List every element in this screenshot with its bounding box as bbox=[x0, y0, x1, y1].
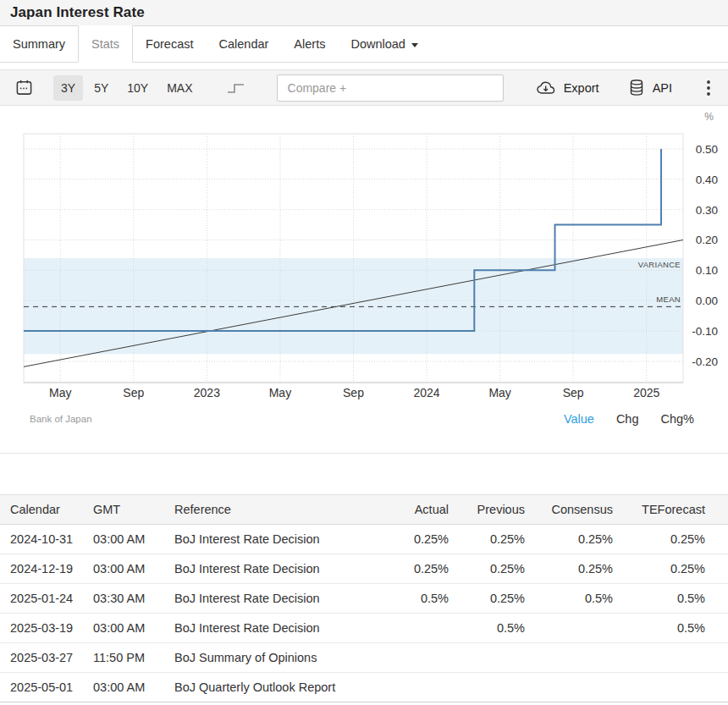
consensus-cell bbox=[525, 643, 613, 673]
tab-bar: SummaryStatsForecastCalendarAlertsDownlo… bbox=[0, 25, 728, 63]
toolbar-right-group: Export API bbox=[536, 77, 716, 99]
x-tick-label: May bbox=[269, 386, 291, 399]
date-range-calendar-button[interactable] bbox=[12, 75, 36, 100]
chart-mode-chgpct[interactable]: Chg% bbox=[661, 412, 695, 426]
date-cell: 2025-03-19 bbox=[0, 614, 93, 643]
chevron-down-icon bbox=[411, 43, 418, 47]
x-tick-label: Sep bbox=[563, 386, 584, 399]
gmt-cell: 03:00 AM bbox=[93, 525, 174, 554]
more-options-button[interactable] bbox=[701, 77, 716, 99]
export-button[interactable]: Export bbox=[536, 80, 599, 96]
previous-cell: 0.25% bbox=[449, 525, 525, 554]
reference-cell[interactable]: BoJ Interest Rate Decision bbox=[174, 584, 388, 614]
step-line-icon bbox=[226, 80, 246, 96]
gmt-cell: 03:00 AM bbox=[93, 614, 174, 643]
y-tick-label: -0.20 bbox=[692, 355, 718, 368]
gmt-cell: 03:00 AM bbox=[93, 554, 174, 584]
y-tick-label: 0.20 bbox=[696, 234, 718, 246]
actual-cell: 0.25% bbox=[388, 525, 449, 554]
range-max-button[interactable]: MAX bbox=[159, 75, 200, 101]
range-3y-button[interactable]: 3Y bbox=[53, 75, 83, 101]
consensus-cell: 0.5% bbox=[525, 584, 613, 614]
col-header-consensus: Consensus bbox=[525, 495, 613, 525]
reference-cell[interactable]: BoJ Interest Rate Decision bbox=[174, 614, 388, 643]
consensus-cell: 0.25% bbox=[525, 554, 613, 584]
spacer bbox=[0, 454, 728, 494]
chart-source: Bank of Japan bbox=[30, 414, 92, 424]
table-row: 2025-03-1903:00 AMBoJ Interest Rate Deci… bbox=[0, 614, 728, 643]
chart-mode-chg[interactable]: Chg bbox=[616, 412, 639, 426]
table-row: 2025-03-2711:50 PMBoJ Summary of Opinion… bbox=[0, 643, 728, 673]
title-bar: Japan Interest Rate bbox=[0, 0, 728, 25]
table-header-row: CalendarGMTReferenceActualPreviousConsen… bbox=[0, 495, 728, 525]
gmt-cell: 11:50 PM bbox=[93, 643, 174, 673]
x-tick-label: 2025 bbox=[633, 386, 659, 399]
teforecast-cell: 0.25% bbox=[613, 554, 728, 584]
reference-cell[interactable]: BoJ Interest Rate Decision bbox=[174, 554, 388, 584]
col-header-calendar: Calendar bbox=[0, 495, 93, 525]
consensus-cell: 0.25% bbox=[525, 525, 613, 554]
tab-label: Summary bbox=[13, 37, 65, 51]
previous-cell bbox=[449, 673, 525, 702]
x-tick-label: May bbox=[488, 386, 510, 399]
tab-summary[interactable]: Summary bbox=[0, 25, 78, 63]
gmt-cell: 03:30 AM bbox=[93, 584, 174, 614]
previous-cell: 0.25% bbox=[449, 584, 525, 614]
reference-cell[interactable]: BoJ Quarterly Outlook Report bbox=[174, 673, 388, 702]
chart-mode-links: ValueChgChg% bbox=[564, 412, 728, 426]
y-tick-label: -0.10 bbox=[692, 325, 718, 338]
consensus-cell bbox=[525, 614, 613, 643]
tab-calendar[interactable]: Calendar bbox=[207, 25, 282, 63]
x-tick-label: 2024 bbox=[413, 386, 439, 399]
range-10y-button[interactable]: 10Y bbox=[119, 75, 156, 101]
step-line-style-button[interactable] bbox=[223, 77, 250, 99]
tab-label: Calendar bbox=[219, 37, 269, 51]
y-tick-label: 0.10 bbox=[696, 264, 718, 277]
teforecast-cell: 0.5% bbox=[613, 584, 728, 614]
compare-input[interactable] bbox=[277, 74, 504, 102]
tab-label: Forecast bbox=[146, 37, 193, 51]
col-header-previous: Previous bbox=[449, 495, 525, 525]
calendar-icon bbox=[15, 79, 33, 96]
x-tick-label: May bbox=[49, 386, 71, 399]
x-tick-label: 2023 bbox=[194, 386, 220, 399]
tab-alerts[interactable]: Alerts bbox=[281, 25, 338, 63]
teforecast-cell: 0.25% bbox=[613, 525, 728, 554]
col-header-reference: Reference bbox=[174, 495, 388, 525]
page-title: Japan Interest Rate bbox=[10, 4, 145, 21]
y-tick-label: 0.00 bbox=[696, 295, 718, 307]
tab-stats[interactable]: Stats bbox=[78, 25, 133, 63]
calendar-table-section: CalendarGMTReferenceActualPreviousConsen… bbox=[0, 494, 728, 702]
tab-download[interactable]: Download bbox=[338, 25, 431, 63]
range-5y-button[interactable]: 5Y bbox=[86, 75, 116, 101]
table-body: 2024-10-3103:00 AMBoJ Interest Rate Deci… bbox=[0, 525, 728, 702]
actual-cell bbox=[388, 614, 449, 643]
api-button[interactable]: API bbox=[628, 79, 672, 96]
interest-rate-chart[interactable]: 0.500.400.300.200.100.00-0.10-0.20%MaySe… bbox=[0, 106, 728, 400]
reference-cell[interactable]: BoJ Summary of Opinions bbox=[174, 643, 388, 673]
teforecast-cell: 0.5% bbox=[613, 614, 728, 643]
x-tick-label: Sep bbox=[343, 386, 364, 399]
range-selector: 3Y5Y10YMAX bbox=[53, 75, 201, 101]
tab-label: Alerts bbox=[294, 37, 325, 51]
tab-label: Stats bbox=[91, 37, 119, 51]
chart-toolbar: 3Y5Y10YMAX Export API bbox=[0, 69, 728, 106]
y-tick-label: 0.40 bbox=[696, 173, 718, 186]
tab-forecast[interactable]: Forecast bbox=[133, 25, 206, 63]
date-cell: 2024-10-31 bbox=[0, 525, 93, 554]
reference-cell[interactable]: BoJ Interest Rate Decision bbox=[174, 525, 388, 554]
chart-mode-value[interactable]: Value bbox=[564, 412, 594, 426]
mean-label: MEAN bbox=[656, 295, 681, 304]
date-cell: 2025-01-24 bbox=[0, 584, 93, 614]
chart-card: 0.500.400.300.200.100.00-0.10-0.20%MaySe… bbox=[0, 106, 728, 454]
date-cell: 2025-05-01 bbox=[0, 673, 93, 702]
tab-bar-filler bbox=[431, 25, 728, 63]
table-row: 2025-05-0103:00 AMBoJ Quarterly Outlook … bbox=[0, 673, 728, 702]
calendar-table: CalendarGMTReferenceActualPreviousConsen… bbox=[0, 494, 728, 702]
teforecast-cell bbox=[613, 643, 728, 673]
variance-label: VARIANCE bbox=[638, 260, 681, 269]
consensus-cell bbox=[525, 673, 613, 702]
y-tick-label: 0.30 bbox=[696, 204, 718, 217]
actual-cell: 0.25% bbox=[388, 554, 449, 584]
col-header-teforecast: TEForecast bbox=[613, 495, 728, 525]
